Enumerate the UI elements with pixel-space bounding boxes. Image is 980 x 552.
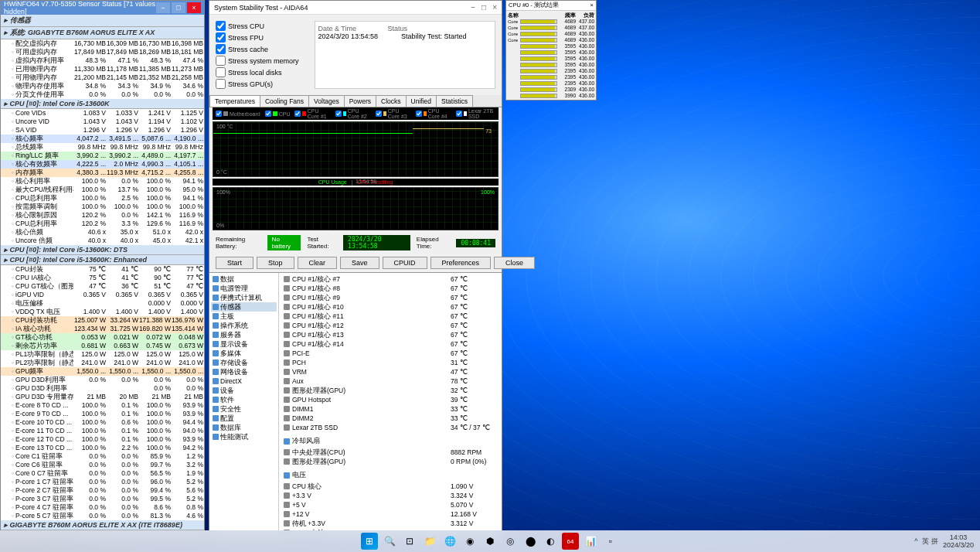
sensor-row[interactable]: ◦内存频率4,380.3 ...119.3 MHz4,715.2 ...4,25… bbox=[1, 169, 204, 177]
edge-icon[interactable]: 🌐 bbox=[441, 533, 458, 550]
legend-item[interactable]: CPU Core #1 bbox=[294, 108, 330, 119]
sensor-section-header[interactable]: ▸ GIGABYTE B760M AORUS ELITE X AX (ITE I… bbox=[1, 520, 204, 530]
start-button[interactable]: ⊞ bbox=[361, 533, 378, 550]
legend-item[interactable]: CPU Core #2 bbox=[335, 108, 371, 119]
sensor-row[interactable]: ◦E-core 13 T0 CD ...100.0 %2.2 %100.0 %9… bbox=[1, 444, 204, 452]
sensor-row[interactable]: ◦GT核心功耗0.053 W0.021 W0.072 W0.048 W bbox=[1, 333, 204, 342]
sensor-row[interactable]: ◦按需频率调制100.0 %100.0 %100.0 %100.0 % bbox=[1, 203, 204, 211]
tree-item[interactable]: 数据库 bbox=[211, 423, 277, 432]
minimize-button[interactable]: − bbox=[156, 2, 170, 13]
hwinfo-titlebar[interactable]: HWiNFO64 v7.70-5350 Sensor Status [71 va… bbox=[1, 1, 204, 15]
clear-button[interactable]: Clear bbox=[298, 257, 338, 269]
sensor-row[interactable]: ◦PL1功率限制（静态）125.0 W125.0 W125.0 W125.0 W bbox=[1, 350, 204, 359]
sensor-row[interactable]: ◦核心倍频40.6 x35.0 x51.0 x42.0 x bbox=[1, 228, 204, 237]
sensor-row[interactable]: ◦可用物理内存21,200 MB21,145 MB21,352 MB21,258… bbox=[1, 73, 204, 82]
sensor-row[interactable]: ◦Core 0 C7 驻留率0.0 %0.0 %56.5 %1.9 % bbox=[1, 469, 204, 478]
language-indicator[interactable]: 英 拼 bbox=[922, 537, 938, 547]
sensor-row[interactable]: ◦配交虚拟内存16,730 MB16,309 MB16,730 MB16,398… bbox=[1, 39, 204, 48]
close-button[interactable]: × bbox=[492, 3, 497, 12]
stress-cache-checkbox[interactable]: Stress cache bbox=[216, 44, 299, 54]
category-tree[interactable]: 数据电源管理便携式计算机传感器主板操作系统服务器显示设备多媒体存储设备网络设备D… bbox=[209, 273, 279, 533]
tree-item[interactable]: 主板 bbox=[211, 312, 277, 321]
task-view-icon[interactable]: ⊡ bbox=[401, 533, 418, 550]
sensor-row[interactable]: ◦iGPU VID0.365 V0.365 V0.365 V0.365 V bbox=[1, 291, 204, 299]
clock-date[interactable]: 2024/3/20 bbox=[943, 541, 974, 549]
tree-item[interactable]: 服务器 bbox=[211, 330, 277, 339]
sensor-row[interactable]: ◦P-core 5 C7 驻留率0.0 %0.0 %81.3 %4.6 % bbox=[1, 512, 204, 520]
sensor-row[interactable]: ◦E-core 11 T0 CD ...100.0 %0.1 %100.0 %9… bbox=[1, 427, 204, 435]
tree-item[interactable]: 存储设备 bbox=[211, 358, 277, 367]
sensor-row[interactable]: ◦E-core 10 T0 CD ...100.0 %0.6 %100.0 %9… bbox=[1, 418, 204, 427]
stress-cpu-checkbox[interactable]: Stress CPU bbox=[216, 21, 299, 31]
sensor-row[interactable]: ◦总线频率99.8 MHz99.8 MHz99.8 MHz99.8 MHz bbox=[1, 143, 204, 152]
tab-temperatures[interactable]: Temperatures bbox=[209, 95, 260, 107]
sensor-row[interactable]: ◦SA VID1.296 V1.296 V1.296 V1.296 V bbox=[1, 126, 204, 135]
aida64-taskbar-icon[interactable]: 64 bbox=[562, 533, 579, 550]
tab-voltages[interactable]: Voltages bbox=[308, 95, 345, 107]
tray-expand-icon[interactable]: ^ bbox=[914, 537, 917, 545]
sensor-row[interactable]: ◦物理内存使用率34.8 %34.3 %34.9 %34.6 % bbox=[1, 82, 204, 90]
sensor-row[interactable]: ◦E-core 8 T0 CD ...100.0 %0.1 %100.0 %93… bbox=[1, 401, 204, 410]
close-button[interactable]: × bbox=[187, 2, 201, 13]
tab-powers[interactable]: Powers bbox=[344, 95, 376, 107]
stop-button[interactable]: Stop bbox=[257, 257, 294, 269]
sensor-row[interactable]: ◦GPU D3D 利用率0.0 %0.0 % bbox=[1, 384, 204, 393]
legend-item[interactable]: CPU Core #3 bbox=[376, 108, 411, 119]
maximize-button[interactable]: □ bbox=[481, 3, 486, 12]
sensor-row[interactable]: ◦虚拟内存利用率48.3 %47.1 %48.3 %47.4 % bbox=[1, 56, 204, 65]
sensor-row[interactable]: ◦IA 核心功耗123.434 W31.725 W169.820 W135.41… bbox=[1, 325, 204, 333]
sensor-row[interactable]: ◦PL2功率限制（静态）241.0 W241.0 W241.0 W241.0 W bbox=[1, 359, 204, 367]
sensor-section-header[interactable]: ▸ 传感器 bbox=[1, 15, 204, 27]
sensor-row[interactable]: ◦电压偏移0.000 V0.000 V bbox=[1, 299, 204, 308]
tab-unified[interactable]: Unified bbox=[406, 95, 437, 107]
sensor-row[interactable]: ◦VDDQ TX 电压1.400 V1.400 V1.400 V1.400 V bbox=[1, 308, 204, 316]
tab-statistics[interactable]: Statistics bbox=[436, 95, 473, 107]
tree-item[interactable]: 电源管理 bbox=[211, 284, 277, 293]
sensor-row[interactable]: ◦CPU GT核心（图形）47 ℃36 ℃51 ℃47 ℃ bbox=[1, 282, 204, 291]
sensor-row[interactable]: ◦CPU总利用率100.0 %2.5 %100.0 %94.1 % bbox=[1, 194, 204, 203]
sensor-row[interactable]: ◦Uncore VID1.043 V1.043 V1.194 V1.102 V bbox=[1, 118, 204, 126]
sensor-section-header[interactable]: ▸ CPU [#0]: Intel Core i5-13600K bbox=[1, 99, 204, 109]
stress-gpu-checkbox[interactable]: Stress GPU(s) bbox=[216, 79, 299, 89]
sensor-readings[interactable]: CPU #1/核心 #767 ℃CPU #1/核心 #867 ℃CPU #1/核… bbox=[279, 273, 502, 533]
legend-item[interactable]: CPU bbox=[265, 108, 291, 119]
stress-mem-checkbox[interactable]: Stress system memory bbox=[216, 56, 299, 66]
maximize-button[interactable]: □ bbox=[172, 2, 185, 13]
cpu-monitor-title[interactable]: CPU #0 - 测试结果 × bbox=[506, 1, 596, 11]
aida64-titlebar[interactable]: System Stability Test - AIDA64 − □ × bbox=[209, 1, 502, 15]
tree-item[interactable]: 数据 bbox=[211, 274, 277, 284]
stress-disk-checkbox[interactable]: Stress local disks bbox=[216, 67, 299, 77]
app-icon[interactable]: ▫ bbox=[602, 533, 619, 550]
tree-item[interactable]: 传感器 bbox=[211, 302, 277, 312]
hwinfo-taskbar-icon[interactable]: 📊 bbox=[582, 533, 599, 550]
sensor-row[interactable]: ◦CPU封装75 ℃41 ℃90 ℃77 ℃ bbox=[1, 265, 204, 274]
sensor-row[interactable]: ◦P-core 1 C7 驻留率0.0 %0.0 %96.0 %5.2 % bbox=[1, 478, 204, 486]
sensor-section-header[interactable]: ▸ CPU [#0]: Intel Core i5-13600K: DTS bbox=[1, 245, 204, 255]
close-icon[interactable]: × bbox=[590, 2, 594, 9]
tree-item[interactable]: 多媒体 bbox=[211, 349, 277, 358]
explorer-icon[interactable]: 📁 bbox=[421, 533, 438, 550]
tab-clocks[interactable]: Clocks bbox=[376, 95, 407, 107]
tree-item[interactable]: 性能测试 bbox=[211, 432, 277, 441]
sensor-row[interactable]: ◦可用虚拟内存17,849 MB17,849 MB18,269 MB18,181… bbox=[1, 48, 204, 56]
tree-item[interactable]: 操作系统 bbox=[211, 321, 277, 330]
steam-icon[interactable]: ⬢ bbox=[481, 533, 499, 550]
close-button[interactable]: Close bbox=[494, 257, 535, 269]
legend-item[interactable]: Lexar 2TB SSD bbox=[456, 108, 495, 119]
stress-fpu-checkbox[interactable]: Stress FPU bbox=[216, 32, 299, 43]
sensor-row[interactable]: ◦已用物理内存11,330 MB11,178 MB11,385 MB11,273… bbox=[1, 65, 204, 73]
sensor-row[interactable]: ◦剩余芯片功率0.681 W0.663 W0.745 W0.673 W bbox=[1, 342, 204, 350]
tree-item[interactable]: 网络设备 bbox=[211, 367, 277, 377]
tree-item[interactable]: 显示设备 bbox=[211, 339, 277, 349]
tree-item[interactable]: 设备 bbox=[211, 386, 277, 395]
sensor-row[interactable]: ◦Core C1 驻留率0.0 %0.0 %85.9 %1.2 % bbox=[1, 452, 204, 461]
sensor-row[interactable]: ◦核心频率4,047.2 ...3,491.5 ...5,087.6 ...4,… bbox=[1, 135, 204, 143]
sensor-row[interactable]: ◦P-core 3 C7 驻留率0.0 %0.0 %99.5 %5.2 % bbox=[1, 495, 204, 503]
sensor-row[interactable]: ◦GPU D3D 专用量存21 MB20 MB21 MB21 MB bbox=[1, 393, 204, 401]
app-icon[interactable]: ⬤ bbox=[522, 533, 539, 550]
hwinfo-sensor-list[interactable]: ▸ 传感器▸ 系统: GIGABYTE B760M AORUS ELITE X … bbox=[1, 15, 204, 533]
tab-cooling fans[interactable]: Cooling Fans bbox=[260, 95, 309, 107]
sensor-row[interactable]: ◦GPU D3D利用率0.0 %0.0 %0.0 %0.0 % bbox=[1, 376, 204, 384]
sensor-row[interactable]: ◦E-core 12 T0 CD ...100.0 %0.1 %100.0 %9… bbox=[1, 435, 204, 444]
sensor-row[interactable]: ◦CPU IA核心75 ℃41 ℃90 ℃77 ℃ bbox=[1, 274, 204, 282]
